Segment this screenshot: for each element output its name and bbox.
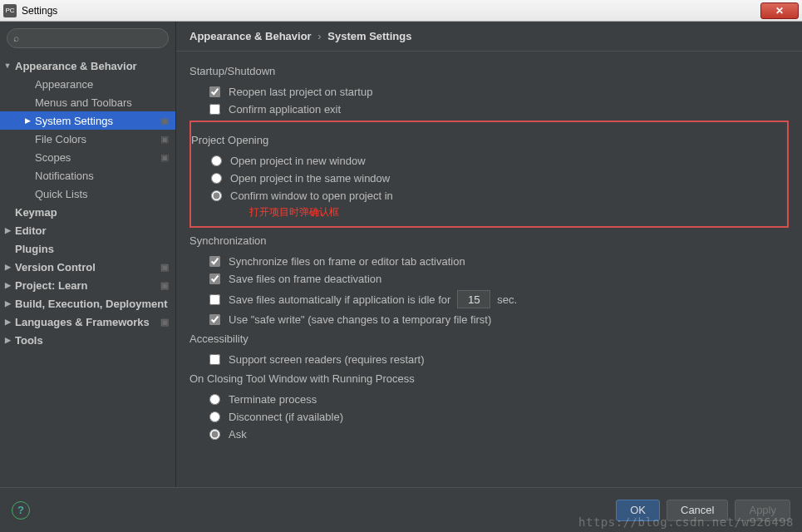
autosave-row[interactable]: Save files automatically if application … [209,290,789,308]
group-startup: Startup/Shutdown [189,65,789,77]
disconnect-label: Disconnect (if available) [229,411,343,423]
sidebar-item-tools[interactable]: ▶Tools [0,331,175,349]
sidebar-item-label: Editor [15,224,47,237]
terminate-label: Terminate process [229,393,317,406]
sidebar-item-version-control[interactable]: ▶Version Control▣ [0,258,175,276]
group-synchronization: Synchronization [189,234,789,247]
sync-activate-label: Synchronize files on frame or editor tab… [229,255,465,268]
group-project-opening: Project Opening [191,134,787,146]
dialog-footer: ? OK Cancel Apply [0,487,802,532]
open-same-window-radio[interactable] [211,173,222,184]
sidebar-item-label: Project: Learn [15,279,87,292]
breadcrumb: Appearance & Behavior › System Settings [176,22,802,52]
settings-tree: ▼Appearance & BehaviorAppearanceMenus an… [0,55,175,487]
sidebar-item-system-settings[interactable]: ▶System Settings▣ [0,111,175,130]
screen-readers-checkbox[interactable] [209,354,220,365]
project-scope-icon: ▣ [160,152,169,163]
window-title: Settings [22,5,57,17]
confirm-window-radio[interactable] [211,190,222,201]
disconnect-row[interactable]: Disconnect (if available) [209,411,789,423]
sidebar-item-notifications[interactable]: Notifications [0,166,175,185]
autosave-checkbox[interactable] [209,294,220,305]
sidebar-item-label: Quick Lists [35,188,88,200]
close-icon: ✕ [775,5,784,17]
close-button[interactable]: ✕ [760,2,799,19]
confirm-exit-label: Confirm application exit [229,103,341,116]
open-new-window-radio[interactable] [211,155,222,166]
group-accessibility: Accessibility [189,332,789,345]
open-new-window-row[interactable]: Open project in new window [211,155,787,167]
cancel-button[interactable]: Cancel [667,500,728,521]
project-scope-icon: ▣ [160,317,169,328]
project-scope-icon: ▣ [160,116,169,126]
sidebar-item-languages-frameworks[interactable]: ▶Languages & Frameworks▣ [0,313,175,331]
sidebar-item-label: Plugins [15,243,54,255]
sidebar-item-menus-and-toolbars[interactable]: Menus and Toolbars [0,93,175,111]
safe-write-checkbox[interactable] [209,314,220,325]
save-deactivation-label: Save files on frame deactivation [229,273,381,285]
app-icon: PC [3,4,17,17]
sidebar-item-project-learn[interactable]: ▶Project: Learn▣ [0,276,175,294]
disconnect-radio[interactable] [209,411,220,422]
sync-activate-row[interactable]: Synchronize files on frame or editor tab… [209,255,789,268]
sidebar: ⌕ ▼Appearance & BehaviorAppearanceMenus … [0,22,176,487]
terminate-row[interactable]: Terminate process [209,393,789,406]
reopen-last-project-row[interactable]: Reopen last project on startup [209,86,789,98]
sidebar-item-label: File Colors [35,133,86,145]
annotation-text: 打开项目时弹确认框 [249,205,787,219]
sidebar-item-label: Keymap [15,206,57,219]
reopen-last-project-label: Reopen last project on startup [229,86,372,98]
open-new-window-label: Open project in new window [230,155,366,167]
ask-label: Ask [229,428,247,441]
help-button[interactable]: ? [12,501,30,520]
sidebar-item-appearance[interactable]: Appearance [0,75,175,93]
breadcrumb-parent: Appearance & Behavior [189,30,312,42]
sidebar-item-file-colors[interactable]: File Colors▣ [0,130,175,148]
sidebar-item-label: Notifications [35,170,94,182]
annotation-box: Project Opening Open project in new wind… [189,121,789,228]
search-input[interactable] [7,28,169,48]
ask-row[interactable]: Ask [209,428,789,441]
sidebar-item-label: Scopes [35,151,71,164]
autosave-pre-label: Save files automatically if application … [229,293,450,306]
sidebar-item-appearance-behavior[interactable]: ▼Appearance & Behavior [0,57,175,75]
chevron-right-icon: ▶ [3,318,12,326]
save-deactivation-checkbox[interactable] [209,273,220,284]
confirm-exit-checkbox[interactable] [209,104,220,115]
sidebar-item-label: System Settings [35,115,113,127]
sidebar-item-label: Build, Execution, Deployment [15,298,167,310]
sidebar-item-label: Menus and Toolbars [35,96,132,109]
autosave-seconds-input[interactable] [457,290,490,308]
open-same-window-row[interactable]: Open project in the same window [211,172,787,185]
sidebar-item-build-execution-deployment[interactable]: ▶Build, Execution, Deployment [0,294,175,313]
autosave-post-label: sec. [497,293,517,306]
confirm-exit-row[interactable]: Confirm application exit [209,103,789,116]
project-scope-icon: ▣ [160,280,169,291]
sidebar-item-plugins[interactable]: Plugins [0,239,175,258]
ask-radio[interactable] [209,429,220,440]
chevron-right-icon: ▶ [3,281,12,289]
screen-readers-row[interactable]: Support screen readers (requires restart… [209,353,789,366]
save-deactivation-row[interactable]: Save files on frame deactivation [209,273,789,285]
chevron-right-icon: ▶ [3,336,12,344]
chevron-down-icon: ▼ [3,62,12,70]
sync-activate-checkbox[interactable] [209,256,220,267]
sidebar-item-keymap[interactable]: Keymap [0,203,175,221]
safe-write-row[interactable]: Use "safe write" (save changes to a temp… [209,313,789,326]
reopen-last-project-checkbox[interactable] [209,86,220,97]
confirm-window-row[interactable]: Confirm window to open project in [211,190,787,202]
sidebar-item-label: Languages & Frameworks [15,316,150,328]
sidebar-item-scopes[interactable]: Scopes▣ [0,148,175,166]
safe-write-label: Use "safe write" (save changes to a temp… [229,313,491,326]
chevron-right-icon: ▶ [3,299,12,308]
project-scope-icon: ▣ [160,262,169,273]
project-scope-icon: ▣ [160,134,169,145]
ok-button[interactable]: OK [616,500,660,521]
screen-readers-label: Support screen readers (requires restart… [229,353,425,366]
terminate-radio[interactable] [209,394,220,405]
chevron-right-icon: ▶ [3,263,12,271]
sidebar-item-editor[interactable]: ▶Editor [0,221,175,239]
sidebar-item-quick-lists[interactable]: Quick Lists [0,185,175,203]
apply-button[interactable]: Apply [735,500,790,521]
sidebar-item-label: Tools [15,334,43,347]
